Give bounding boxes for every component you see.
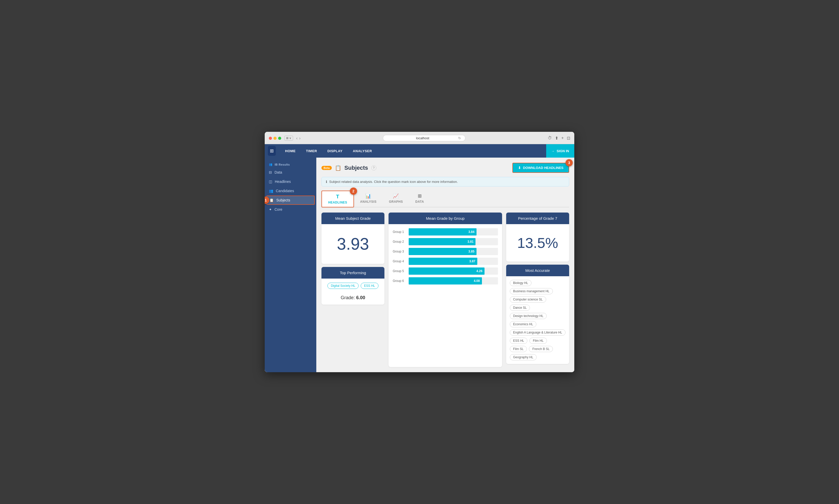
analysis-tab-icon: 📊 [365,193,371,199]
main-layout: 👥 IB Results ⊟ Data ◫ Headlines 👥 Candid… [265,158,574,372]
pct-grade7-value: 13.5% [511,229,564,256]
bar-label: Group 4 [393,259,406,263]
nav-analyser[interactable]: ANALYSER [348,144,377,158]
sidebar-item-candidates[interactable]: 👥 Candidates [265,186,316,196]
content-area: Beta 📋 Subjects ? ⬇ DOWNLOAD HEADLINES 3… [316,158,574,372]
bar-value: 4.08 [474,279,480,283]
traffic-light-red [269,137,272,140]
info-banner: ℹ Subject related data analysis. Click t… [321,177,569,186]
annotation-1: 1 [265,197,269,204]
accurate-tag: French B SL [529,346,553,352]
accurate-tag: Film SL [510,346,527,352]
share-icon[interactable]: ⬆ [555,136,558,141]
bar-container: 3.85 [409,248,498,255]
bar-value: 3.84 [468,230,474,234]
accurate-tags: Biology HLBusiness management HLComputer… [506,276,569,364]
traffic-light-yellow [273,137,276,140]
left-column: Mean Subject Grade 3.93 Top Performing D… [321,213,385,367]
most-accurate-header: Most Accurate [506,265,569,276]
url-display: localhost [416,136,429,140]
pct-grade7-card: Percentage of Grade 7 13.5% [506,213,569,262]
tab-headlines[interactable]: T HEADLINES 2 [321,191,354,208]
bar-fill: 4.08 [409,277,482,285]
tab-analysis[interactable]: 📊 ANALYSIS [354,191,383,207]
refresh-icon[interactable]: ↻ [458,136,461,140]
sign-in-button[interactable]: → SIGN IN [546,144,574,158]
bar-container: 4.26 [409,268,498,275]
top-performing-tags: Digital Society HL ESS HL [321,278,385,293]
bar-fill: 3.87 [409,258,477,265]
bar-row: Group 43.87 [393,258,498,265]
accurate-tag: Geography HL [510,354,537,360]
nav-timer[interactable]: TIMER [301,144,322,158]
sidebar-item-core[interactable]: ✦ Core [265,205,316,214]
grade-value: 6.00 [356,295,365,300]
sidebar-toggle-icon[interactable]: ⊡ [567,136,570,141]
data-icon: ⊟ [269,170,272,174]
sign-in-icon: → [551,149,555,153]
back-btn[interactable]: ‹ [296,136,298,141]
sidebar-title-icon: 👥 [269,163,273,166]
bar-label: Group 6 [393,279,406,283]
bar-value: 4.26 [477,269,482,273]
sidebar-item-data[interactable]: ⊟ Data [265,168,316,177]
window-toggle-btn[interactable]: ⊞ ∨ [284,136,293,141]
mean-by-group-header: Mean Grade by Group [389,213,502,224]
accurate-tag: Economics HL [510,321,536,327]
mean-grade-card: Mean Subject Grade 3.93 [321,213,385,264]
forward-btn[interactable]: › [299,136,300,141]
bar-container: 3.81 [409,238,498,245]
cards-grid: Mean Subject Grade 3.93 Top Performing D… [321,213,569,367]
pct-grade7-header: Percentage of Grade 7 [506,213,569,224]
accurate-tag: ESS HL [510,338,528,344]
tag-ess-hl: ESS HL [361,283,378,289]
accurate-tag: Film HL [530,338,547,344]
bar-fill: 3.81 [409,238,476,245]
download-icon: ⬇ [518,166,521,170]
subjects-icon: 📋 [269,198,274,202]
nav-home[interactable]: HOME [280,144,301,158]
tab-data[interactable]: ⊞ DATA [409,191,430,207]
bar-label: Group 5 [393,269,406,273]
beta-badge: Beta [321,166,332,170]
download-headlines-button[interactable]: ⬇ DOWNLOAD HEADLINES [512,163,569,173]
sidebar-title: 👥 IB Results [265,160,316,168]
most-accurate-card: Most Accurate Biology HLBusiness managem… [506,265,569,364]
bar-row: Group 23.81 [393,238,498,245]
info-icon: ℹ [326,180,327,184]
bar-value: 3.81 [467,240,474,244]
main-nav: HOME TIMER DISPLAY ANALYSER [280,144,377,158]
bar-row: Group 33.85 [393,248,498,255]
sidebar: 👥 IB Results ⊟ Data ◫ Headlines 👥 Candid… [265,158,316,372]
traffic-light-green [278,137,281,140]
core-icon: ✦ [269,208,272,212]
help-icon[interactable]: ? [371,165,376,170]
logo-icon: ⊞ [270,148,274,154]
tab-graphs[interactable]: 📈 GRAPHS [382,191,409,207]
headlines-tab-icon: T [336,194,340,200]
top-performing-card: Top Performing Digital Society HL ESS HL… [321,267,385,305]
mean-by-group-card: Mean Grade by Group Group 13.84Group 23.… [389,213,502,367]
accurate-tag: Dance SL [510,305,530,311]
accurate-tag: English A Language & Literature HL [510,329,566,336]
app-header: ⊞ HOME TIMER DISPLAY ANALYSER → SIGN IN [265,144,574,158]
bar-value: 3.85 [468,250,474,253]
content-header: Beta 📋 Subjects ? ⬇ DOWNLOAD HEADLINES 3 [321,163,569,173]
nav-display[interactable]: DISPLAY [322,144,348,158]
right-column: Percentage of Grade 7 13.5% Most Accurat… [506,213,569,367]
sidebar-item-subjects[interactable]: 📋 Subjects 1 [266,196,315,205]
annotation-2: 2 [350,187,357,195]
data-tab-icon: ⊞ [418,193,422,199]
sidebar-item-headlines[interactable]: ◫ Headlines [265,177,316,186]
add-tab-icon[interactable]: + [561,136,564,141]
accurate-tag: Design technology HL [510,313,547,319]
accurate-tag: Biology HL [510,280,532,286]
app-logo: ⊞ [268,146,276,156]
address-bar[interactable]: localhost ↻ [383,135,465,141]
bar-row: Group 13.84 [393,228,498,235]
bar-chart: Group 13.84Group 23.81Group 33.85Group 4… [389,224,502,291]
history-icon[interactable]: ⏱ [548,136,552,141]
page-title-row: Beta 📋 Subjects ? [321,165,376,171]
mean-grade-body: 3.93 [321,224,385,264]
bar-row: Group 64.08 [393,277,498,285]
